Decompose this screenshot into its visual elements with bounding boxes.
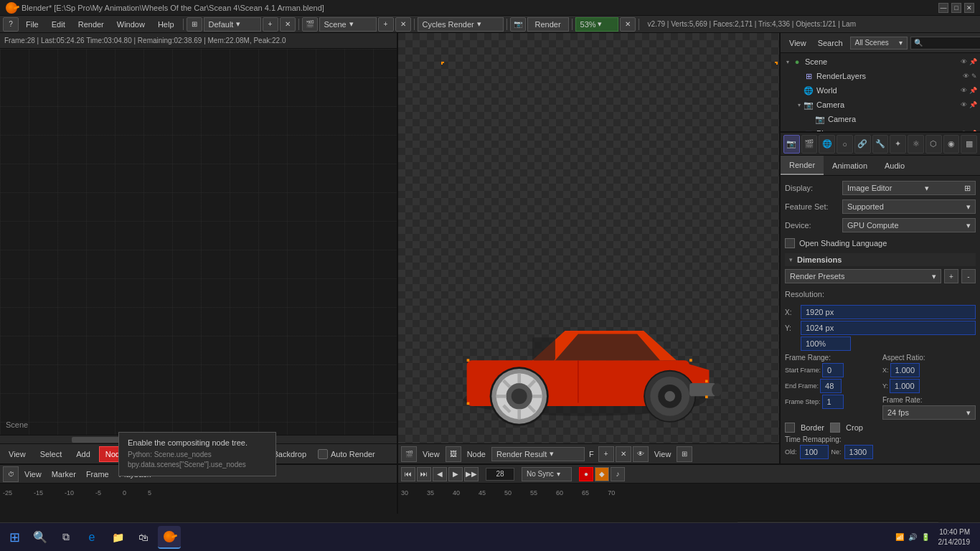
- menu-window[interactable]: Window: [111, 17, 151, 32]
- new-field[interactable]: 1300: [844, 445, 873, 459]
- aspect-x-field[interactable]: 1.000: [890, 363, 920, 377]
- zoom-dropdown[interactable]: 53% ▾: [575, 17, 618, 32]
- props-icon-world[interactable]: 🌐: [819, 135, 835, 154]
- workspace-close-button[interactable]: ✕: [280, 17, 296, 32]
- render-toolbar-icon2[interactable]: 🖼: [446, 446, 461, 462]
- tree-expand-world[interactable]: [795, 86, 804, 95]
- menu-edit[interactable]: Edit: [46, 17, 71, 32]
- tree-item-camera-obj[interactable]: 📷 Camera: [781, 112, 980, 126]
- render-view-label[interactable]: View: [650, 446, 676, 462]
- props-icon-object[interactable]: ○: [837, 135, 853, 154]
- frame-step-field[interactable]: 1: [822, 395, 844, 409]
- workspace-dropdown[interactable]: Default ▾: [204, 17, 261, 32]
- timeline-frame-btn[interactable]: Frame: [82, 466, 113, 482]
- node-select-button[interactable]: Select: [34, 446, 68, 462]
- props-icon-render[interactable]: 📷: [783, 135, 800, 154]
- props-icon-texture[interactable]: ▦: [961, 135, 977, 154]
- render-presets-dropdown[interactable]: Render Presets ▾: [785, 269, 941, 283]
- tab-audio[interactable]: Audio: [876, 156, 913, 175]
- border-checkbox[interactable]: [785, 423, 795, 433]
- render-icon3[interactable]: ⊞: [677, 446, 692, 462]
- playback-back-btn[interactable]: ◀: [433, 467, 447, 481]
- playback-start-btn[interactable]: ⏮: [401, 467, 415, 481]
- timeline-marker-btn[interactable]: Marker: [47, 466, 80, 482]
- props-icon-modifiers[interactable]: 🔧: [872, 135, 889, 154]
- menu-help[interactable]: Help: [152, 17, 180, 32]
- menu-file[interactable]: File: [20, 17, 44, 32]
- dimensions-section[interactable]: ▾ Dimensions: [785, 253, 976, 266]
- scene-close-button[interactable]: ✕: [395, 17, 411, 32]
- crop-checkbox-icon[interactable]: [830, 423, 840, 433]
- taskbar-blender-button[interactable]: [158, 526, 181, 549]
- scene-icon-button[interactable]: 🎬: [302, 17, 318, 32]
- outliner-search-btn[interactable]: Search: [814, 36, 847, 50]
- key-btn[interactable]: ◆: [595, 467, 609, 481]
- tree-expand-scene[interactable]: ▾: [783, 57, 792, 66]
- display-dropdown[interactable]: Image Editor ▾ ⊞: [842, 181, 976, 195]
- tree-item-world[interactable]: 🌐 World 👁 📌: [781, 83, 980, 98]
- outliner-view-btn[interactable]: View: [785, 36, 811, 50]
- render-presets-add[interactable]: +: [944, 269, 958, 283]
- current-frame-input[interactable]: [486, 468, 514, 481]
- audio-btn[interactable]: ♪: [611, 467, 625, 481]
- scene-add-button[interactable]: +: [378, 17, 394, 32]
- auto-render-toggle[interactable]: Auto Render: [318, 449, 375, 459]
- render-presets-remove[interactable]: -: [961, 269, 976, 283]
- task-view-button[interactable]: ⧉: [55, 526, 77, 549]
- menu-render[interactable]: Render: [72, 17, 110, 32]
- node-add-button[interactable]: Add: [70, 446, 96, 462]
- taskbar-edge-button[interactable]: e: [80, 526, 103, 549]
- props-icon-physics[interactable]: ⚛: [908, 135, 924, 154]
- record-btn[interactable]: ●: [579, 467, 593, 481]
- end-frame-field[interactable]: 48: [820, 379, 842, 393]
- taskbar-search-button[interactable]: 🔍: [29, 526, 52, 549]
- render-scene[interactable]: [398, 33, 779, 443]
- props-icon-particles[interactable]: ✦: [890, 135, 906, 154]
- device-dropdown[interactable]: GPU Compute ▾: [842, 218, 976, 232]
- scene-dropdown[interactable]: Scene ▾: [319, 17, 377, 32]
- res-x-field[interactable]: 1920 px: [801, 305, 976, 319]
- tree-item-scene[interactable]: ▾ ● Scene 👁 📌: [781, 55, 980, 69]
- tree-expand-camera-obj[interactable]: [806, 115, 815, 123]
- old-field[interactable]: 100: [800, 445, 829, 459]
- maximize-button[interactable]: □: [951, 3, 961, 13]
- workspace-add-button[interactable]: +: [263, 17, 278, 32]
- sync-dropdown[interactable]: No Sync ▾: [522, 467, 572, 481]
- outliner-tree[interactable]: ▾ ● Scene 👁 📌 ⊞ RenderLayers 👁 ✎ 🌐 World…: [781, 53, 980, 131]
- tab-animation[interactable]: Animation: [824, 156, 876, 175]
- props-icon-material[interactable]: ◉: [943, 135, 960, 154]
- render-close-button[interactable]: ✕: [620, 17, 636, 32]
- tree-item-plane[interactable]: ▽ Plane 🔺🔺👁 📌: [781, 126, 980, 131]
- playback-fwd-btn[interactable]: ▶: [448, 467, 463, 481]
- render-view-btn2[interactable]: 👁: [633, 446, 649, 462]
- res-percent-field[interactable]: 100%: [801, 336, 851, 351]
- aspect-y-field[interactable]: 1.000: [890, 379, 920, 393]
- render-engine-dropdown[interactable]: Cycles Render ▾: [418, 17, 504, 32]
- render-toolbar-icon[interactable]: 🎬: [401, 446, 417, 462]
- close-button[interactable]: ✕: [964, 3, 974, 13]
- render-result-dropdown[interactable]: Render Result ▾: [491, 447, 585, 461]
- render-node-btn[interactable]: Node: [463, 446, 490, 462]
- props-icon-constraints[interactable]: 🔗: [854, 135, 871, 154]
- render-close-btn[interactable]: ✕: [616, 446, 631, 462]
- render-button[interactable]: Render: [527, 17, 569, 32]
- frame-rate-dropdown[interactable]: 24 fps ▾: [882, 405, 976, 420]
- camera-icon-button[interactable]: 📷: [510, 17, 526, 32]
- render-add-button[interactable]: +: [598, 446, 614, 462]
- timeline-icon[interactable]: ⏱: [3, 466, 19, 482]
- start-frame-field[interactable]: 0: [822, 363, 844, 377]
- tree-item-renderlayers[interactable]: ⊞ RenderLayers 👁 ✎: [781, 69, 980, 83]
- playback-end-btn[interactable]: ⏭: [417, 467, 431, 481]
- workspace-icon-button[interactable]: ⊞: [187, 17, 202, 32]
- node-view-button[interactable]: View: [3, 446, 32, 462]
- tree-item-camera-group[interactable]: ▾ 📷 Camera 👁 📌: [781, 98, 980, 112]
- start-button[interactable]: ⊞: [3, 526, 26, 549]
- tab-render[interactable]: Render: [781, 156, 824, 175]
- props-icon-mesh[interactable]: ⬡: [925, 135, 942, 154]
- tree-expand-renderlayers[interactable]: [795, 72, 804, 80]
- props-icon-scene[interactable]: 🎬: [801, 135, 818, 154]
- outliner-scene-dropdown[interactable]: All Scenes ▾: [850, 37, 908, 50]
- outliner-search-input[interactable]: [910, 37, 980, 50]
- res-y-field[interactable]: 1024 px: [801, 321, 976, 335]
- minimize-button[interactable]: —: [938, 3, 948, 13]
